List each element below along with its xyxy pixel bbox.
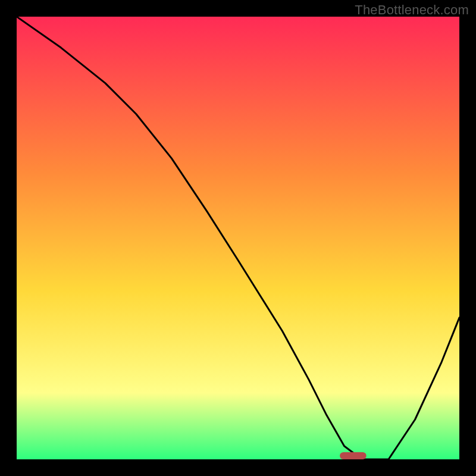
sweet-spot-marker	[340, 452, 367, 459]
bottleneck-chart: TheBottleneck.com	[0, 0, 476, 476]
chart-canvas	[0, 0, 476, 476]
gradient-area	[17, 17, 459, 459]
watermark-text: TheBottleneck.com	[355, 2, 469, 18]
